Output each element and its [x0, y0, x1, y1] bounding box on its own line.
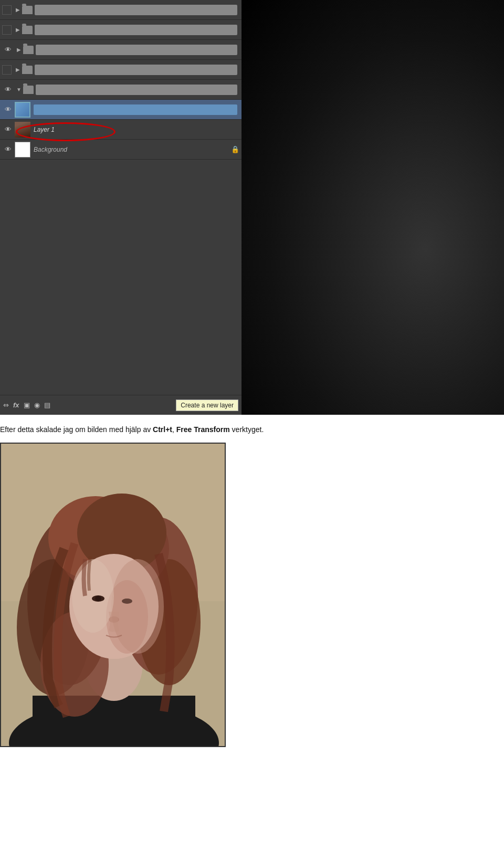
- shortcut-text: Ctrl+t: [153, 425, 172, 434]
- tool-name-text: Free Transform: [176, 425, 230, 434]
- layer-name: [36, 85, 237, 95]
- layer1-row[interactable]: 👁 Layer 1: [0, 120, 242, 140]
- adjustments-icon[interactable]: ◉: [34, 401, 40, 409]
- folder-icon: [22, 66, 33, 74]
- eye-icon[interactable]: 👁: [2, 44, 14, 56]
- layer-name: [35, 5, 237, 15]
- add-mask-icon[interactable]: ▣: [24, 401, 30, 409]
- editing-layer-row[interactable]: 👁: [0, 100, 242, 120]
- folder-icon: [23, 46, 34, 54]
- visibility-checkbox[interactable]: [2, 5, 12, 15]
- layer-row[interactable]: 👁 ▶: [0, 40, 242, 60]
- layer-name: [36, 45, 237, 55]
- folder-icon: [22, 6, 33, 14]
- lock-icon: 🔒: [231, 145, 239, 153]
- layer-name-label: Layer 1: [34, 126, 55, 133]
- layer-name-label: Background: [34, 146, 67, 153]
- layer-name: [35, 25, 237, 35]
- collapse-arrow-icon[interactable]: ▶: [14, 26, 22, 34]
- collapse-arrow-icon[interactable]: ▼: [15, 86, 23, 94]
- folder-icon: [23, 86, 34, 94]
- collapse-arrow-icon[interactable]: ▶: [14, 6, 22, 14]
- photoshop-window: ▶ ▶ 👁 ▶ ▶ 👁 ▼: [0, 0, 504, 415]
- svg-point-20: [122, 599, 132, 604]
- layer-thumbnail: [15, 102, 30, 118]
- eye-icon[interactable]: 👁: [2, 144, 14, 155]
- layer-row[interactable]: ▶: [0, 0, 242, 20]
- text-comma: ,: [172, 425, 176, 434]
- folder-icon: [22, 26, 33, 34]
- layer-name: [35, 65, 237, 75]
- portrait-image: [0, 443, 226, 747]
- tutorial-text: Efter detta skalade jag om bilden med hj…: [0, 415, 504, 443]
- eye-icon[interactable]: 👁: [2, 84, 14, 96]
- text-suffix: verktyget.: [230, 425, 264, 434]
- collapse-arrow-icon[interactable]: ▶: [15, 46, 23, 54]
- background-layer-row[interactable]: 👁 Background 🔒: [0, 140, 242, 160]
- layer-thumbnail: [15, 142, 30, 158]
- layer-row[interactable]: ▶: [0, 60, 242, 80]
- layer-thumbnail: [15, 122, 30, 138]
- visibility-checkbox[interactable]: [2, 65, 12, 75]
- link-layers-icon[interactable]: ⇔: [3, 401, 9, 409]
- layer-row[interactable]: ▶: [0, 20, 242, 40]
- canvas-area: [242, 0, 504, 415]
- eye-icon[interactable]: 👁: [2, 104, 14, 116]
- layer-row[interactable]: 👁 ▼: [0, 80, 242, 100]
- layers-panel: ▶ ▶ 👁 ▶ ▶ 👁 ▼: [0, 0, 242, 415]
- layers-empty-area: [0, 160, 242, 395]
- layer-name: [34, 104, 237, 115]
- portrait-svg: [1, 444, 226, 747]
- canvas-preview: [242, 0, 504, 415]
- svg-point-19: [95, 596, 101, 601]
- svg-point-17: [72, 559, 114, 633]
- visibility-checkbox[interactable]: [2, 25, 12, 35]
- new-group-icon[interactable]: ▤: [44, 401, 50, 409]
- create-new-layer-button[interactable]: Create a new layer: [176, 400, 238, 411]
- collapse-arrow-icon[interactable]: ▶: [14, 66, 22, 74]
- portrait-section: [0, 443, 504, 758]
- fx-icon[interactable]: fx: [13, 401, 19, 409]
- layers-toolbar: ⇔ fx ▣ ◉ ▤ Create a new layer: [0, 395, 242, 415]
- annotation-circle: [16, 122, 116, 141]
- text-before-shortcut: Efter detta skalade jag om bilden med hj…: [0, 425, 153, 434]
- eye-icon[interactable]: 👁: [2, 124, 14, 135]
